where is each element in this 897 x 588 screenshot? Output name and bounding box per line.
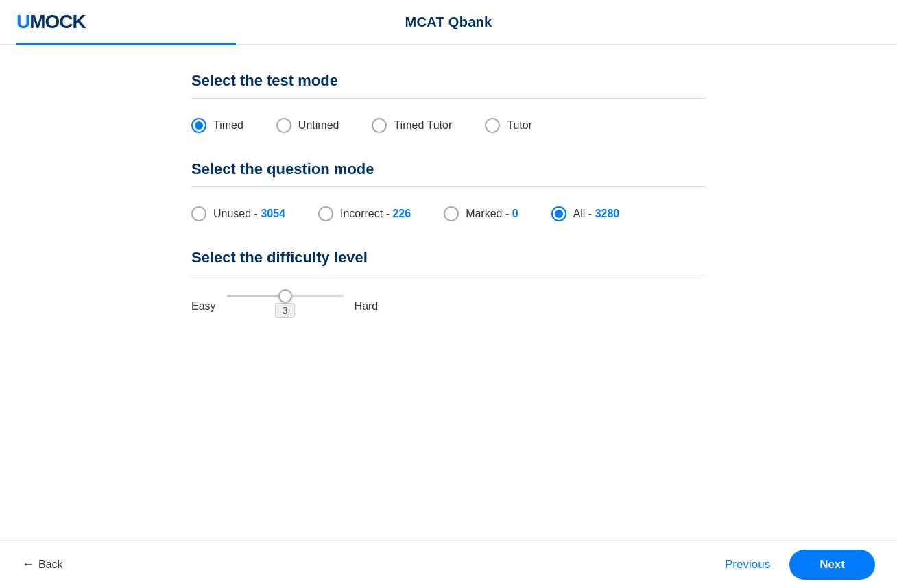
header-title: MCAT Qbank bbox=[405, 14, 492, 30]
radio-timed[interactable]: Timed bbox=[191, 118, 243, 133]
slider-track bbox=[227, 295, 344, 297]
incorrect-count: 226 bbox=[392, 208, 411, 219]
question-mode-section: Select the question mode Unused - 3054 I… bbox=[191, 160, 706, 221]
radio-unused[interactable]: Unused - 3054 bbox=[191, 206, 285, 221]
difficulty-section: Select the difficulty level Easy 3 Hard bbox=[191, 249, 706, 318]
radio-label-incorrect: Incorrect - 226 bbox=[340, 208, 411, 220]
next-button[interactable]: Next bbox=[789, 550, 875, 580]
back-arrow-icon: ← bbox=[22, 557, 34, 572]
radio-circle-timed-tutor bbox=[372, 118, 387, 133]
marked-count: 0 bbox=[512, 208, 518, 219]
logo: U MOCK bbox=[16, 11, 86, 33]
test-mode-title: Select the test mode bbox=[191, 72, 706, 99]
difficulty-title: Select the difficulty level bbox=[191, 249, 706, 275]
label-hard: Hard bbox=[355, 300, 379, 313]
radio-circle-all bbox=[551, 206, 566, 221]
slider-value: 3 bbox=[275, 303, 296, 318]
radio-circle-timed bbox=[191, 118, 206, 133]
back-link[interactable]: ← Back bbox=[22, 557, 63, 572]
radio-label-tutor: Tutor bbox=[507, 119, 532, 132]
slider-container: 3 bbox=[227, 295, 344, 318]
radio-tutor[interactable]: Tutor bbox=[485, 118, 532, 133]
header: U MOCK MCAT Qbank bbox=[0, 0, 897, 45]
radio-label-untimed: Untimed bbox=[298, 119, 339, 132]
radio-label-timed: Timed bbox=[213, 119, 243, 132]
difficulty-row: Easy 3 Hard bbox=[191, 295, 706, 318]
logo-underline bbox=[16, 43, 236, 45]
radio-label-marked: Marked - 0 bbox=[466, 208, 518, 220]
radio-all[interactable]: All - 3280 bbox=[551, 206, 620, 221]
logo-u: U bbox=[16, 11, 29, 33]
radio-label-unused: Unused - 3054 bbox=[213, 208, 285, 220]
all-count: 3280 bbox=[595, 208, 620, 219]
unused-count: 3054 bbox=[261, 208, 285, 219]
radio-incorrect[interactable]: Incorrect - 226 bbox=[318, 206, 411, 221]
radio-timed-tutor[interactable]: Timed Tutor bbox=[372, 118, 452, 133]
question-mode-title: Select the question mode bbox=[191, 160, 706, 187]
radio-untimed[interactable]: Untimed bbox=[276, 118, 339, 133]
radio-circle-tutor bbox=[485, 118, 500, 133]
back-label: Back bbox=[38, 559, 63, 571]
slider-fill bbox=[227, 295, 285, 297]
label-easy: Easy bbox=[191, 300, 216, 313]
footer-nav: Previous Next bbox=[714, 550, 875, 580]
main-content: Select the test mode Timed Untimed Timed… bbox=[0, 45, 897, 373]
logo-mock: MOCK bbox=[29, 11, 86, 33]
question-mode-options: Unused - 3054 Incorrect - 226 Marked - 0… bbox=[191, 206, 706, 221]
test-mode-options: Timed Untimed Timed Tutor Tutor bbox=[191, 118, 706, 133]
radio-marked[interactable]: Marked - 0 bbox=[444, 206, 518, 221]
radio-circle-incorrect bbox=[318, 206, 333, 221]
radio-label-timed-tutor: Timed Tutor bbox=[394, 119, 452, 132]
previous-button[interactable]: Previous bbox=[714, 551, 781, 578]
footer: ← Back Previous Next bbox=[0, 540, 897, 588]
radio-circle-untimed bbox=[276, 118, 291, 133]
radio-circle-unused bbox=[191, 206, 206, 221]
radio-label-all: All - 3280 bbox=[573, 208, 620, 220]
slider-thumb[interactable] bbox=[278, 289, 292, 303]
radio-circle-marked bbox=[444, 206, 459, 221]
test-mode-section: Select the test mode Timed Untimed Timed… bbox=[191, 72, 706, 133]
